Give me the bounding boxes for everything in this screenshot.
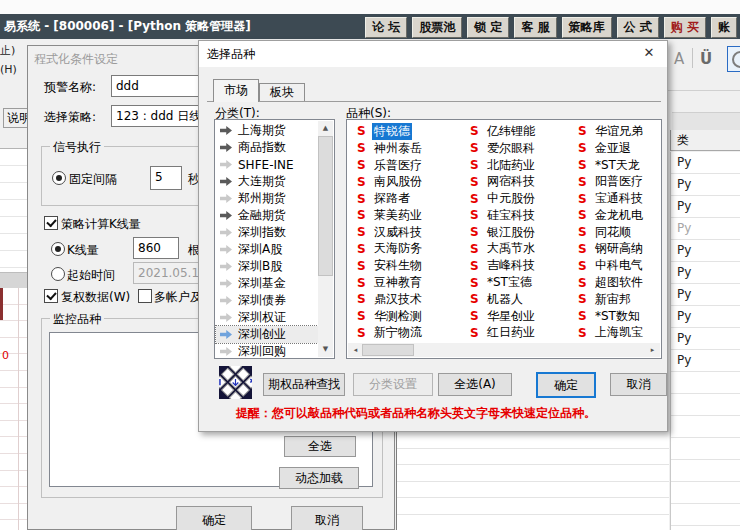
kline-count-radio[interactable] bbox=[51, 242, 65, 256]
titlebar-button-buy[interactable]: 购 买 bbox=[664, 17, 706, 38]
keyboard-icon[interactable] bbox=[219, 366, 252, 399]
variety-item[interactable]: S南风股份 bbox=[357, 173, 470, 190]
variety-item[interactable]: S华星创业 bbox=[470, 308, 578, 325]
category-item[interactable]: 深圳A股 bbox=[216, 241, 318, 258]
scrollbar-thumb[interactable] bbox=[318, 136, 333, 276]
variety-item[interactable]: S网宿科技 bbox=[470, 173, 578, 190]
category-item[interactable]: 深圳创业 bbox=[216, 326, 318, 343]
category-item[interactable]: 商品指数 bbox=[216, 139, 318, 156]
variety-item[interactable]: S中科电气 bbox=[578, 257, 691, 274]
option-search-button[interactable]: 期权品种查找 bbox=[263, 373, 345, 396]
variety-item[interactable]: S*ST宝德 bbox=[470, 274, 578, 291]
kline-calc-checkbox[interactable] bbox=[44, 216, 58, 230]
stock-prefix: S bbox=[470, 192, 480, 206]
variety-hscrollbar[interactable]: ◂ ▸ bbox=[348, 343, 660, 357]
titlebar-button-service[interactable]: 客 服 bbox=[514, 17, 556, 38]
stock-prefix: S bbox=[357, 124, 367, 138]
variety-item[interactable]: S超图软件 bbox=[578, 274, 691, 291]
variety-item[interactable]: S汉威科技 bbox=[357, 224, 470, 241]
variety-item[interactable]: S金龙机电 bbox=[578, 207, 691, 224]
category-item[interactable]: 深圳权证 bbox=[216, 309, 318, 326]
interval-input[interactable]: 5 bbox=[150, 166, 182, 190]
fixed-interval-radio[interactable] bbox=[52, 171, 66, 185]
category-item[interactable]: 深圳回购 bbox=[216, 343, 318, 360]
variety-item[interactable]: S*ST天龙 bbox=[578, 157, 691, 174]
underline-icon[interactable]: Ü bbox=[700, 50, 712, 68]
variety-item[interactable]: S银江股份 bbox=[470, 224, 578, 241]
variety-item[interactable]: S天海防务 bbox=[357, 241, 470, 258]
variety-item[interactable]: S机器人 bbox=[470, 291, 578, 308]
hscrollbar-thumb[interactable] bbox=[362, 344, 414, 356]
variety-item[interactable]: S亿纬锂能 bbox=[470, 123, 578, 140]
variety-item[interactable]: S*ST数知 bbox=[578, 308, 691, 325]
tab-market[interactable]: 市场 bbox=[213, 79, 259, 102]
table-row bbox=[671, 372, 740, 394]
variety-item[interactable]: S华谊兄弟 bbox=[578, 123, 691, 140]
scroll-down-icon[interactable]: ▼ bbox=[318, 342, 333, 357]
category-item[interactable]: 深圳基金 bbox=[216, 275, 318, 292]
variety-item[interactable]: S宝通科技 bbox=[578, 190, 691, 207]
variety-item[interactable]: S莱美药业 bbox=[357, 207, 470, 224]
variety-item[interactable]: S吉峰科技 bbox=[470, 257, 578, 274]
titlebar-button-formula[interactable]: 公 式 bbox=[617, 17, 659, 38]
variety-item[interactable]: S爱尔眼科 bbox=[470, 140, 578, 157]
stock-prefix: S bbox=[357, 326, 367, 340]
variety-item[interactable]: S大禹节水 bbox=[470, 241, 578, 258]
scroll-right-icon[interactable]: ▸ bbox=[645, 343, 660, 357]
variety-item[interactable]: S鼎汉技术 bbox=[357, 291, 470, 308]
variety-item[interactable]: S新宙邦 bbox=[578, 291, 691, 308]
titlebar-button-forum[interactable]: 论 坛 bbox=[365, 17, 407, 38]
titlebar-button-account[interactable]: 账 bbox=[711, 17, 737, 38]
panel-select-all-button[interactable]: 全选 bbox=[284, 436, 356, 457]
variety-item[interactable]: S华测检测 bbox=[357, 308, 470, 325]
variety-item[interactable]: S豆神教育 bbox=[357, 274, 470, 291]
variety-item[interactable]: S同花顺 bbox=[578, 224, 691, 241]
category-item[interactable]: 深圳B股 bbox=[216, 258, 318, 275]
variety-item[interactable]: S钢研高纳 bbox=[578, 241, 691, 258]
variety-item[interactable]: S特锐德 bbox=[357, 123, 470, 140]
titlebar-button-lock[interactable]: 锁 定 bbox=[467, 17, 509, 38]
category-item[interactable]: 上海期货 bbox=[216, 122, 318, 139]
start-time-radio[interactable] bbox=[51, 267, 65, 281]
variety-item[interactable]: S金亚退 bbox=[578, 140, 691, 157]
toolbar-separator bbox=[692, 48, 693, 68]
category-name: 深圳回购 bbox=[238, 343, 286, 360]
font-style-icon[interactable]: A bbox=[674, 50, 684, 68]
panel-ok-button[interactable]: 确定 bbox=[176, 506, 252, 530]
titlebar-button-strategy-lib[interactable]: 策略库 bbox=[562, 17, 612, 38]
multi-account-checkbox[interactable] bbox=[138, 289, 152, 303]
ok-button[interactable]: 确定 bbox=[536, 372, 596, 398]
stock-prefix: S bbox=[470, 276, 480, 290]
toolbar-selected-icon[interactable] bbox=[727, 46, 740, 72]
scroll-up-icon[interactable]: ▲ bbox=[318, 121, 333, 136]
category-arrow-icon bbox=[220, 347, 232, 357]
variety-item[interactable]: S乐普医疗 bbox=[357, 157, 470, 174]
restore-data-checkbox[interactable] bbox=[44, 289, 58, 303]
variety-item[interactable]: S阳普医疗 bbox=[578, 173, 691, 190]
close-icon[interactable]: ✕ bbox=[641, 45, 657, 60]
category-item[interactable]: 深圳指数 bbox=[216, 224, 318, 241]
dynamic-load-button[interactable]: 动态加载 bbox=[279, 467, 359, 489]
variety-item[interactable]: S中元股份 bbox=[470, 190, 578, 207]
tab-sector[interactable]: 板块 bbox=[259, 83, 305, 101]
category-item[interactable]: 深圳债券 bbox=[216, 292, 318, 309]
variety-item[interactable]: S安科生物 bbox=[357, 257, 470, 274]
select-all-button[interactable]: 全选(A) bbox=[438, 373, 512, 396]
kline-count-input[interactable]: 860 bbox=[133, 237, 179, 259]
scroll-left-icon[interactable]: ◂ bbox=[348, 343, 363, 357]
category-item[interactable]: 金融期货 bbox=[216, 207, 318, 224]
category-item[interactable]: SHFE-INE bbox=[216, 156, 318, 173]
variety-item[interactable]: S北陆药业 bbox=[470, 157, 578, 174]
titlebar-button-stock-pool[interactable]: 股票池 bbox=[412, 17, 462, 38]
variety-item[interactable]: S神州泰岳 bbox=[357, 140, 470, 157]
variety-item[interactable]: S硅宝科技 bbox=[470, 207, 578, 224]
category-scrollbar[interactable]: ▲ ▼ bbox=[318, 121, 333, 357]
category-item[interactable]: 郑州期货 bbox=[216, 190, 318, 207]
category-item[interactable]: 大连期货 bbox=[216, 173, 318, 190]
panel-cancel-button[interactable]: 取消 bbox=[291, 506, 363, 530]
cancel-button[interactable]: 取消 bbox=[610, 373, 667, 396]
variety-item[interactable]: S红日药业 bbox=[470, 325, 578, 342]
variety-item[interactable]: S新宁物流 bbox=[357, 325, 470, 342]
variety-item[interactable]: S探路者 bbox=[357, 190, 470, 207]
variety-item[interactable]: S上海凯宝 bbox=[578, 325, 691, 342]
